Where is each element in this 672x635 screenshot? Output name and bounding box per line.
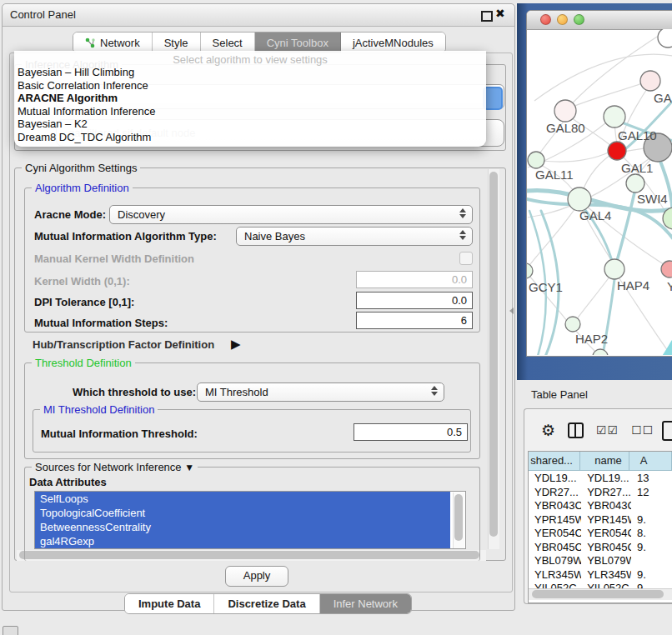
new-table-icon[interactable]: [662, 421, 672, 441]
cell: YBL079W: [581, 553, 631, 568]
apply-button[interactable]: Apply: [225, 566, 288, 587]
mi-steps-input[interactable]: 6: [356, 312, 473, 329]
tab-jactivemnodules[interactable]: jActiveMNodules: [341, 32, 445, 52]
expand-arrow-icon[interactable]: ▶: [231, 337, 241, 352]
node[interactable]: [658, 29, 672, 48]
cell: 8.: [631, 526, 672, 540]
node-gal4[interactable]: [568, 188, 591, 211]
control-panel-titlebar[interactable]: Control Panel ✖: [3, 4, 514, 27]
table-row[interactable]: YDR27...YDR27...12: [529, 485, 672, 499]
tab-style[interactable]: Style: [153, 32, 201, 52]
tab-select[interactable]: Select: [201, 32, 255, 52]
tab-impute-data[interactable]: Impute Data: [125, 594, 214, 613]
node[interactable]: [593, 349, 608, 355]
tab-cyni-toolbox[interactable]: Cyni Toolbox: [255, 32, 341, 52]
deselect-all-checkboxes-icon[interactable]: ☐☐: [631, 423, 654, 437]
algorithm-option[interactable]: Basic Correlation Inference: [14, 79, 486, 92]
cell: YDR27...: [529, 485, 581, 499]
algorithm-option[interactable]: Dream8 DC_TDC Algorithm: [14, 131, 486, 144]
mi-algorithm-type-value: Naive Bayes: [244, 230, 305, 242]
cell: YLR345W: [529, 568, 581, 582]
column-header[interactable]: A: [629, 452, 672, 470]
hub-definition-label: Hub/Transcription Factor Definition: [33, 338, 214, 351]
algorithm-dropdown-popup: Select algorithm to view settings Bayesi…: [14, 51, 486, 147]
tab-select-label: Select: [213, 37, 243, 49]
which-threshold-combobox[interactable]: MI Threshold: [197, 382, 444, 402]
table-row[interactable]: YLR345WYLR345W9.: [529, 568, 672, 582]
combo-arrows-icon: [431, 386, 438, 396]
tab-impute-data-label: Impute Data: [138, 598, 200, 610]
algorithm-option[interactable]: Bayesian – K2: [14, 118, 486, 131]
column-header-name[interactable]: name: [580, 452, 629, 470]
collapse-arrow-icon[interactable]: ▼: [184, 462, 194, 473]
network-canvas[interactable]: GAL GAL80 GAL10 GAL1 GAL11 SWI4 GAL4 GCY…: [527, 29, 672, 355]
network-icon: [85, 38, 96, 48]
aracne-mode-label: Aracne Mode:: [34, 208, 106, 221]
node-hap4[interactable]: [604, 259, 624, 279]
aracne-mode-combobox[interactable]: Discovery: [109, 205, 473, 224]
threshold-definition-title: Threshold Definition: [32, 357, 135, 369]
mi-threshold-input[interactable]: 0.5: [354, 423, 468, 441]
node-hap2[interactable]: [565, 317, 580, 332]
table-row[interactable]: YDL19...YDL19...13: [529, 471, 672, 485]
close-icon[interactable]: ✖: [495, 7, 505, 20]
mi-algorithm-type-combobox[interactable]: Naive Bayes: [236, 227, 473, 246]
columns-icon[interactable]: [568, 422, 584, 438]
table-panel-titlebar[interactable]: Table Panel: [522, 384, 672, 406]
cell: YBR045C: [529, 540, 581, 554]
network-view-window[interactable]: GAL GAL80 GAL10 GAL1 GAL11 SWI4 GAL4 GCY…: [526, 10, 672, 357]
gear-icon[interactable]: ⚙: [541, 421, 555, 440]
minimized-panel-icon[interactable]: [3, 626, 18, 635]
select-all-checkboxes-icon[interactable]: ☑☑: [596, 423, 619, 437]
node-table: shared... name A YDL19...YDL19...13 YDR2…: [528, 451, 672, 603]
column-header-shared-name[interactable]: shared...: [529, 452, 580, 470]
close-traffic-light-icon[interactable]: [540, 14, 551, 25]
node-label: HAP4: [617, 278, 649, 292]
panel-splitter-arrow[interactable]: [509, 308, 514, 314]
table-row[interactable]: YPR145WYPR145W9.: [529, 512, 672, 527]
node-swi4[interactable]: [626, 174, 644, 192]
tab-discretize-data[interactable]: Discretize Data: [214, 594, 319, 613]
table-header-row: shared... name A: [529, 452, 672, 471]
cell: YER054C: [529, 526, 581, 540]
dpi-tolerance-input[interactable]: 0.0: [356, 292, 473, 309]
tab-network[interactable]: Network: [73, 32, 153, 52]
attribute-list-scrollbar-thumb[interactable]: [454, 494, 463, 541]
table-row[interactable]: YBR043CYBR043C: [529, 498, 672, 512]
attribute-item-selected[interactable]: TopologicalCoefficient: [35, 506, 450, 520]
minimize-traffic-light-icon[interactable]: [557, 14, 568, 25]
attribute-item-selected[interactable]: SelfLoops: [35, 492, 450, 506]
settings-vertical-scrollbar[interactable]: [488, 169, 499, 549]
cell: 9.: [631, 540, 672, 554]
tab-infer-network[interactable]: Infer Network: [320, 594, 411, 613]
node-gal10[interactable]: [604, 106, 625, 128]
attribute-item-selected[interactable]: gal4RGexp: [35, 534, 450, 548]
network-desktop: GAL GAL80 GAL10 GAL1 GAL11 SWI4 GAL4 GCY…: [517, 3, 672, 380]
table-horizontal-scrollbar[interactable]: [529, 588, 672, 600]
algorithm-option[interactable]: Bayesian – Hill Climbing: [14, 66, 486, 79]
mi-threshold-group-title: MI Threshold Definition: [40, 403, 158, 416]
node-gcy1[interactable]: [527, 263, 533, 278]
table-horizontal-scrollbar-thumb[interactable]: [532, 590, 664, 598]
table-row[interactable]: YBR045CYBR045C9.: [529, 540, 672, 554]
cell: YER054C: [581, 526, 631, 540]
algorithm-option[interactable]: Mutual Information Inference: [14, 105, 486, 118]
which-threshold-value: MI Threshold: [205, 386, 268, 398]
float-window-icon[interactable]: [481, 11, 493, 22]
network-window-titlebar[interactable]: [527, 11, 672, 30]
node-gal1[interactable]: [608, 142, 626, 160]
node-gal11[interactable]: [528, 152, 544, 168]
manual-kernel-width-checkbox[interactable]: [459, 252, 473, 265]
kernel-width-input[interactable]: 0.0: [356, 271, 473, 288]
mi-threshold-label: Mutual Information Threshold:: [41, 428, 198, 440]
table-row[interactable]: YER054CYER054C8.: [529, 526, 672, 540]
node-gal[interactable]: [640, 71, 660, 91]
attribute-list-scrollbar[interactable]: [453, 492, 464, 549]
node-gal80[interactable]: [554, 100, 576, 122]
table-row[interactable]: YBL079WYBL079W: [529, 553, 672, 568]
algorithm-option-selected[interactable]: ARACNE Algorithm: [14, 92, 486, 105]
maximize-traffic-light-icon[interactable]: [574, 14, 584, 25]
attribute-item-selected[interactable]: BetweennessCentrality: [35, 520, 450, 534]
settings-vertical-scrollbar-thumb[interactable]: [489, 172, 498, 537]
mi-algorithm-type-label: Mutual Information Algorithm Type:: [34, 230, 217, 242]
